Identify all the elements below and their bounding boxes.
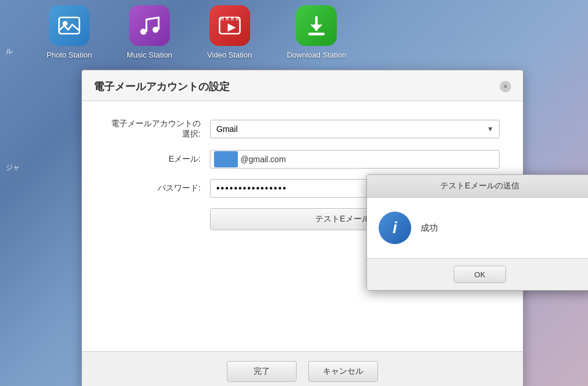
music-station-icon-img — [129, 5, 170, 46]
dialog-title: 電子メールアカウントの設定 — [94, 80, 230, 94]
download-station-label: Download Station — [287, 51, 346, 59]
dialog-header: 電子メールアカウントの設定 × — [82, 70, 523, 101]
success-dialog: テストEメールの送信 i 成功 OK — [366, 174, 588, 291]
svg-marker-9 — [227, 23, 236, 31]
download-station-icon[interactable]: Download Station — [287, 5, 346, 59]
success-dialog-footer: OK — [367, 258, 588, 290]
success-dialog-header: テストEメールの送信 — [367, 175, 588, 198]
cancel-button[interactable]: キャンセル — [308, 361, 378, 382]
video-station-icon[interactable]: Video Station — [207, 5, 252, 59]
svg-point-2 — [140, 28, 147, 35]
sidebar-text-2: ジャ — [6, 163, 20, 173]
dialog-footer: 完了 キャンセル — [82, 351, 523, 386]
music-station-icon[interactable]: Music Station — [127, 5, 172, 59]
download-icon — [304, 13, 329, 38]
music-station-label: Music Station — [127, 51, 172, 59]
photo-station-icon-img — [49, 5, 90, 46]
dialog-close-button[interactable]: × — [500, 81, 511, 92]
sidebar-text-1: ル — [6, 47, 13, 56]
info-icon: i — [379, 212, 411, 244]
download-station-icon-img — [296, 5, 337, 46]
email-label: Eメール: — [105, 154, 210, 165]
photo-station-label: Photo Station — [47, 51, 92, 59]
email-row: Eメール: @gmail.com — [105, 150, 500, 169]
success-message: 成功 — [420, 223, 438, 234]
info-icon-label: i — [393, 219, 397, 237]
photo-icon — [57, 13, 81, 38]
photo-station-icon[interactable]: Photo Station — [47, 5, 92, 59]
ok-button[interactable]: OK — [454, 266, 506, 283]
desktop-icons-bar: Photo Station Music Station Video Statio… — [0, 0, 588, 64]
music-icon — [137, 13, 162, 38]
video-station-label: Video Station — [207, 51, 252, 59]
video-station-icon-img — [209, 5, 250, 46]
video-icon — [218, 13, 242, 38]
svg-point-3 — [152, 26, 159, 33]
confirm-button[interactable]: 完了 — [227, 361, 297, 382]
account-select-wrapper: Gmail ▼ — [210, 120, 500, 138]
svg-rect-10 — [308, 33, 325, 35]
email-suffix: @gmail.com — [240, 155, 286, 164]
account-select[interactable]: Gmail — [210, 120, 500, 138]
success-dialog-body: i 成功 — [367, 198, 588, 258]
svg-rect-0 — [59, 17, 80, 34]
email-prefix-display — [214, 151, 238, 167]
password-label: パスワード: — [105, 183, 210, 194]
account-select-label: 電子メールアカウントの選択: — [105, 119, 210, 140]
email-input-wrapper: @gmail.com — [210, 150, 500, 169]
account-select-row: 電子メールアカウントの選択: Gmail ▼ — [105, 119, 500, 140]
